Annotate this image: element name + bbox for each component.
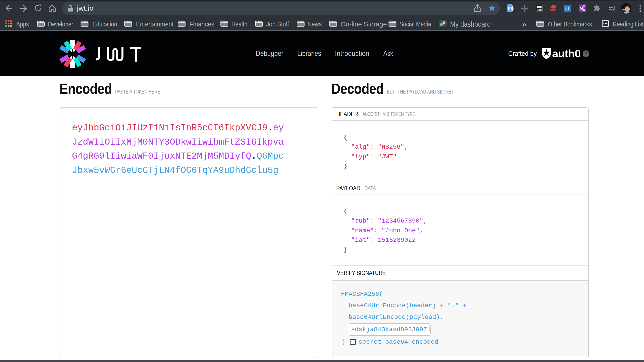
svg-text:N: N <box>580 6 583 11</box>
svg-text:LI: LI <box>565 6 570 11</box>
svg-text:FI: FI <box>508 6 512 11</box>
